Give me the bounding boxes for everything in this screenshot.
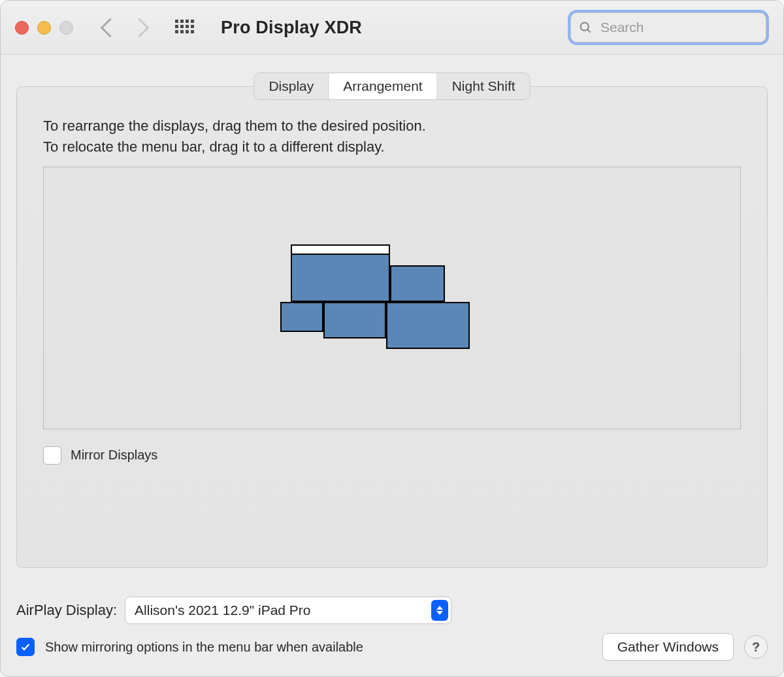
content-area: Display Arrangement Night Shift To rearr… [1,55,783,581]
search-input[interactable] [599,19,758,36]
tab-group: Display Arrangement Night Shift [253,73,530,100]
select-stepper-icon [431,600,448,621]
forward-button[interactable] [130,18,150,37]
nav-buttons [103,21,146,35]
window-controls [15,21,73,35]
help-button[interactable]: ? [744,635,768,659]
window-title: Pro Display XDR [221,18,362,38]
airplay-label: AirPlay Display: [16,602,117,619]
display-secondary[interactable] [323,302,386,338]
back-button[interactable] [101,18,120,37]
gather-windows-button[interactable]: Gather Windows [602,633,734,661]
search-icon [579,21,593,35]
instructions: To rearrange the displays, drag them to … [43,116,741,157]
display-arrangement-area[interactable] [43,167,741,429]
airplay-display-value: Allison's 2021 12.9" iPad Pro [135,603,310,618]
minimize-window-button[interactable] [37,21,51,35]
mirror-displays-label: Mirror Displays [71,448,157,463]
tab-display[interactable]: Display [254,73,329,99]
close-window-button[interactable] [15,21,29,35]
search-field[interactable] [570,12,766,42]
show-mirroring-checkbox[interactable] [16,638,35,656]
svg-line-1 [587,29,590,32]
menu-bar-handle[interactable] [292,246,389,255]
display-secondary[interactable] [386,302,470,349]
mirror-displays-checkbox[interactable] [43,446,61,465]
tab-arrangement[interactable]: Arrangement [329,73,437,99]
mirror-displays-row: Mirror Displays [43,446,741,465]
arrangement-panel: To rearrange the displays, drag them to … [16,86,768,568]
zoom-window-button[interactable] [59,21,73,35]
tab-night-shift[interactable]: Night Shift [438,73,530,99]
display-secondary[interactable] [280,302,323,332]
show-mirroring-label: Show mirroring options in the menu bar w… [45,640,363,655]
display-secondary[interactable] [390,265,445,302]
footer: AirPlay Display: Allison's 2021 12.9" iP… [1,581,783,676]
airplay-display-select[interactable]: Allison's 2021 12.9" iPad Pro [125,597,451,624]
titlebar: Pro Display XDR [1,1,783,55]
instruction-line: To rearrange the displays, drag them to … [43,116,741,137]
instruction-line: To relocate the menu bar, drag it to a d… [43,137,741,157]
show-all-icon[interactable] [175,20,193,35]
preferences-window: Pro Display XDR Display Arrangement Nigh… [0,0,784,677]
display-primary[interactable] [291,244,390,302]
svg-point-0 [581,22,589,30]
